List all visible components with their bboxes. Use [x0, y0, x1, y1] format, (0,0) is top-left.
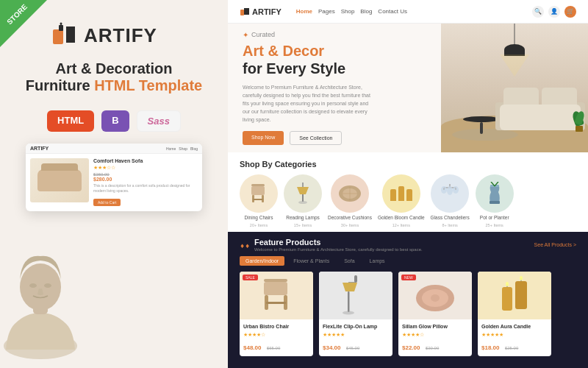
category-item-chairs[interactable]: Dining Chairs 20+ Items: [240, 174, 278, 227]
product-card-candle[interactable]: Golden Aura Candle ★★★★★ $18.00 $25.00: [478, 272, 551, 355]
plant-pot: [576, 126, 583, 132]
category-item-candles[interactable]: Golden Bloom Candle 12+ Items: [378, 174, 425, 227]
product-info-pillow: Sillam Glow Pillow ★★★★☆ $22.00 $30.00: [398, 319, 472, 355]
room-background: [441, 24, 588, 152]
product-card-chair[interactable]: SALE Urban Bistro Chair ★★★★☆ $48.00 $65…: [240, 272, 313, 355]
svg-point-3: [60, 23, 62, 25]
product-stars-lamp: ★★★★★: [323, 332, 389, 338]
see-collection-button[interactable]: See Collection: [290, 131, 342, 145]
svg-rect-32: [490, 201, 500, 204]
feature-products-grid: SALE Urban Bistro Chair ★★★★☆ $48.00 $65…: [240, 272, 576, 355]
nav-link-home[interactable]: Home: [296, 8, 312, 15]
product-stars-pillow: ★★★★☆: [402, 332, 468, 338]
category-count-chandeliers: 8+ Items: [442, 223, 458, 227]
product-price-old-pillow: $30.00: [426, 346, 439, 350]
svg-rect-1: [59, 25, 63, 31]
categories-title: Shop By Categories: [240, 160, 576, 169]
nav-link-contact[interactable]: Contact Us: [378, 8, 407, 15]
chair-icon: [247, 183, 270, 205]
feature-tab-garden[interactable]: Garden/Indoor: [240, 256, 284, 266]
preview-mini-header: ARTIFY Home Shop Blog: [26, 144, 202, 154]
vase-icon: [487, 182, 503, 205]
product-price-old-chair: $65.00: [267, 346, 280, 350]
svg-point-46: [431, 294, 440, 302]
product-stars-chair: ★★★★☆: [243, 332, 309, 338]
product-card-lamp[interactable]: FlexLite Clip-On Lamp ★★★★★ $34.00 $45.0…: [319, 272, 392, 355]
top-nav: ARTIFY Home Pages Shop Blog Contact Us 🔍…: [228, 0, 588, 24]
category-circle-planters: [476, 174, 514, 213]
feature-tab-flowers[interactable]: Flower & Plants: [287, 256, 335, 266]
search-icon-btn[interactable]: 🔍: [532, 6, 544, 18]
bust-svg: [0, 228, 88, 361]
preview-mini-body: Comfort Haven Sofa ★★★☆☆ $350.00 $280.00…: [26, 154, 202, 211]
nav-link-shop[interactable]: Shop: [341, 8, 355, 15]
preview-product-title: Comfort Haven Sofa: [93, 158, 198, 163]
preview-mini: ARTIFY Home Shop Blog Comfort Haven Sofa…: [26, 144, 202, 211]
feature-tab-sofa[interactable]: Sofa: [338, 256, 360, 266]
category-count-lamps: 15+ Items: [294, 223, 312, 227]
product-info-candle: Golden Aura Candle ★★★★★ $18.00 $25.00: [478, 319, 551, 355]
nav-links: Home Pages Shop Blog Contact Us: [296, 8, 407, 15]
candle-group-icon: [390, 186, 412, 201]
lamp-icon: [293, 181, 312, 206]
category-circle-chandeliers: [431, 174, 469, 213]
cart-icon-btn[interactable]: 🛒: [564, 6, 576, 18]
feature-title-block: Feature Products Welcome to Premium Furn…: [254, 238, 423, 252]
feature-header: ⬧⬧ Feature Products Welcome to Premium F…: [240, 238, 576, 252]
user-icon-btn[interactable]: 👤: [548, 6, 560, 18]
left-panel: STORE ARTIFY Art & Decoration Furniture …: [0, 0, 228, 368]
product-price-lamp: $34.00: [323, 344, 340, 351]
cushion-icon: [337, 184, 362, 203]
nav-link-pages[interactable]: Pages: [318, 8, 335, 15]
category-item-lamps[interactable]: Reading Lamps 15+ Items: [284, 174, 322, 227]
preview-add-to-cart-btn[interactable]: Add to Cart: [93, 199, 121, 206]
candle-short2-icon: [406, 189, 412, 201]
category-label-chandeliers: Glass Chandeliers: [431, 215, 470, 221]
logo-area[interactable]: ARTIFY: [51, 22, 157, 49]
tagline-line2: Furniture HTML Template: [26, 77, 202, 94]
category-circle-lamps: [284, 174, 322, 213]
svg-rect-34: [264, 279, 287, 282]
category-count-planters: 25+ Items: [486, 223, 503, 227]
hero-section: ✦ Curated Art & Decor for Every Style We…: [228, 24, 588, 152]
product-card-pillow[interactable]: NEW Sillam Glow Pillow ★★★★☆ $22.00 $30.…: [398, 272, 472, 355]
sofa-base: [500, 105, 581, 130]
product-badge-pillow: NEW: [401, 275, 416, 280]
hero-sparkle-icon: ✦: [243, 31, 248, 39]
svg-rect-48: [515, 281, 527, 309]
coffee-table: [463, 116, 500, 135]
sofa-back: [41, 163, 78, 171]
lamp-light-cone: [500, 54, 529, 77]
nav-logo[interactable]: ARTIFY: [240, 7, 282, 17]
preview-product-image: [30, 158, 89, 202]
svg-rect-19: [302, 194, 304, 202]
category-label-cushions: Decorative Cushions: [328, 215, 372, 221]
category-item-planters[interactable]: Pot or Planter 25+ Items: [476, 174, 514, 227]
preview-mini-nav: Home Shop Blog: [166, 146, 198, 151]
feature-tabs: Garden/Indoor Flower & Plants Sofa Lamps: [240, 256, 576, 266]
tagline-highlight: HTML Template: [94, 77, 202, 93]
category-label-lamps: Reading Lamps: [286, 215, 320, 221]
bootstrap-badge: B: [101, 110, 129, 132]
shop-now-button[interactable]: Shop Now: [243, 131, 284, 145]
product-stars-candle: ★★★★★: [481, 332, 548, 338]
lamp-card-illustration: [341, 274, 370, 318]
product-image-chair: SALE: [240, 272, 313, 319]
svg-marker-18: [297, 187, 309, 194]
feature-section: ⬧⬧ Feature Products Welcome to Premium F…: [228, 232, 588, 368]
candle-card-illustration: [496, 274, 533, 318]
feature-tab-lamps[interactable]: Lamps: [364, 256, 391, 266]
nav-link-blog[interactable]: Blog: [360, 8, 372, 15]
product-info-chair: Urban Bistro Chair ★★★★☆ $48.00 $65.00: [240, 319, 313, 355]
preview-mini-logo: ARTIFY: [30, 146, 49, 151]
category-item-chandeliers[interactable]: Glass Chandeliers 8+ Items: [431, 174, 470, 227]
see-all-products-link[interactable]: See All Products >: [534, 242, 576, 247]
tech-badges: HTML B Sass: [47, 110, 181, 132]
svg-rect-13: [251, 186, 265, 195]
category-item-cushions[interactable]: Decorative Cushions 30+ Items: [328, 174, 372, 227]
tagline-furniture: Furniture: [26, 77, 90, 93]
hero-small-text: ✦ Curated: [243, 31, 426, 39]
preview-desc: This is a description for a comfort sofa…: [93, 183, 198, 194]
svg-point-20: [298, 201, 307, 204]
chandelier-icon: [438, 183, 462, 204]
